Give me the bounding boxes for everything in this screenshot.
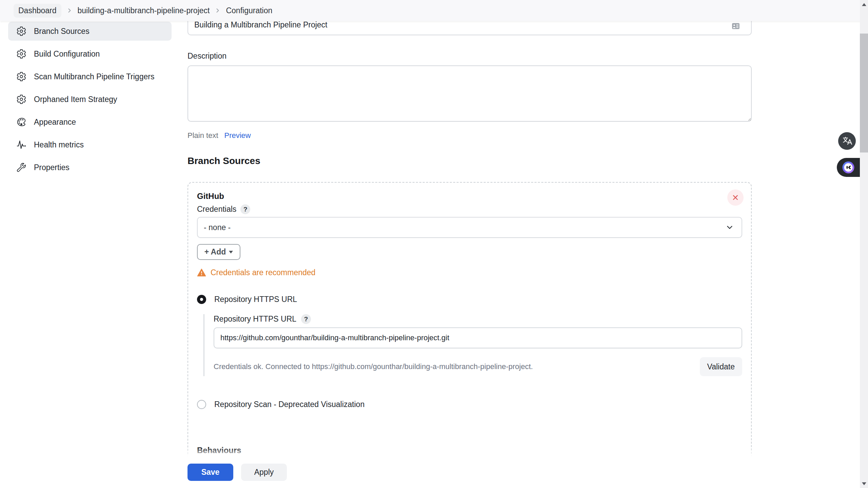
repository-https-url-label: Repository HTTPS URL xyxy=(214,314,296,324)
save-button[interactable]: Save xyxy=(188,464,233,481)
help-icon[interactable]: ? xyxy=(240,204,250,214)
breadcrumb-configuration[interactable]: Configuration xyxy=(226,6,272,15)
breadcrumb-bar: Dashboard building-a-multibranch-pipelin… xyxy=(0,0,868,21)
sidebar-item-label: Properties xyxy=(34,163,70,172)
action-bar: Save Apply xyxy=(0,457,860,488)
config-form: Description Plain text Preview Branch So… xyxy=(188,52,752,488)
scroll-up-button[interactable] xyxy=(860,0,868,9)
sidebar-item-orphaned-item-strategy[interactable]: Orphaned Item Strategy xyxy=(8,90,172,109)
breadcrumb-dashboard[interactable]: Dashboard xyxy=(14,4,61,18)
sidebar-item-scan-triggers[interactable]: Scan Multibranch Pipeline Triggers xyxy=(8,67,172,86)
vertical-scrollbar xyxy=(860,0,868,488)
https-url-section: Repository HTTPS URL ? Credentials ok. C… xyxy=(203,314,742,376)
credentials-select[interactable]: - none - xyxy=(197,217,742,238)
plain-text-label: Plain text xyxy=(188,131,218,140)
gear-icon xyxy=(16,94,26,104)
remove-source-button[interactable]: ✕ xyxy=(727,189,744,206)
gear-icon xyxy=(16,72,26,82)
translate-button[interactable] xyxy=(838,132,856,150)
sidebar-item-label: Health metrics xyxy=(34,140,84,149)
add-credentials-button[interactable]: + Add xyxy=(197,244,240,260)
warning-icon xyxy=(197,268,206,277)
sidebar-item-label: Scan Multibranch Pipeline Triggers xyxy=(34,72,154,81)
palette-icon xyxy=(16,117,26,127)
credentials-label: Credentials xyxy=(197,205,236,214)
sidebar-item-label: Appearance xyxy=(34,118,76,127)
credentials-warning-text: Credentials are recommended xyxy=(211,268,315,277)
scrollbar-thumb[interactable] xyxy=(860,34,868,152)
translate-icon xyxy=(842,136,852,146)
description-textarea[interactable] xyxy=(188,65,752,122)
github-source-card: ✕ GitHub Credentials ? - none - + Add Cr… xyxy=(188,182,752,488)
sidebar-item-health-metrics[interactable]: Health metrics xyxy=(8,135,172,154)
ai-assistant-button[interactable] xyxy=(837,158,860,177)
validation-status-text: Credentials ok. Connected to https://git… xyxy=(214,362,533,371)
chevron-right-icon xyxy=(214,7,221,14)
sidebar-item-label: Orphaned Item Strategy xyxy=(34,95,117,104)
repository-https-url-radio[interactable] xyxy=(197,295,206,304)
gear-icon xyxy=(16,26,26,36)
sidebar-item-branch-sources[interactable]: Branch Sources xyxy=(8,22,172,41)
sidebar-item-properties[interactable]: Properties xyxy=(8,158,172,177)
sidebar-item-label: Build Configuration xyxy=(34,49,100,59)
add-button-label: + Add xyxy=(204,247,226,257)
gear-icon xyxy=(16,49,26,59)
caret-down-icon xyxy=(229,251,233,253)
breadcrumb-project[interactable]: building-a-multibranch-pipeline-project xyxy=(78,6,210,15)
triangle-down-icon xyxy=(862,482,866,485)
close-icon: ✕ xyxy=(732,193,739,202)
config-sidebar: Branch Sources Build Configuration Scan … xyxy=(8,22,172,177)
repository-scan-radio[interactable] xyxy=(197,400,206,409)
apply-button[interactable]: Apply xyxy=(241,464,287,481)
sidebar-item-appearance[interactable]: Appearance xyxy=(8,113,172,131)
robot-face-icon xyxy=(842,161,855,174)
repository-https-url-input[interactable] xyxy=(214,327,742,348)
validate-button[interactable]: Validate xyxy=(700,357,742,376)
triangle-up-icon xyxy=(862,3,866,6)
branch-sources-heading: Branch Sources xyxy=(188,156,752,166)
help-icon[interactable]: ? xyxy=(301,314,311,324)
preview-link[interactable]: Preview xyxy=(224,131,251,140)
scroll-down-button[interactable] xyxy=(860,479,868,488)
id-card-icon xyxy=(731,22,741,30)
chevron-right-icon xyxy=(66,7,73,14)
pulse-icon xyxy=(16,140,26,150)
credentials-selected-value: - none - xyxy=(204,223,231,232)
wrench-icon xyxy=(16,162,26,172)
sidebar-item-label: Branch Sources xyxy=(34,27,90,36)
sidebar-item-build-configuration[interactable]: Build Configuration xyxy=(8,44,172,63)
source-type-title: GitHub xyxy=(197,191,742,201)
repository-scan-radio-label: Repository Scan - Deprecated Visualizati… xyxy=(214,400,364,409)
description-label: Description xyxy=(188,52,752,61)
breadcrumb: Dashboard building-a-multibranch-pipelin… xyxy=(14,4,272,18)
chevron-down-icon xyxy=(725,223,734,232)
repository-https-url-radio-label: Repository HTTPS URL xyxy=(214,295,297,304)
